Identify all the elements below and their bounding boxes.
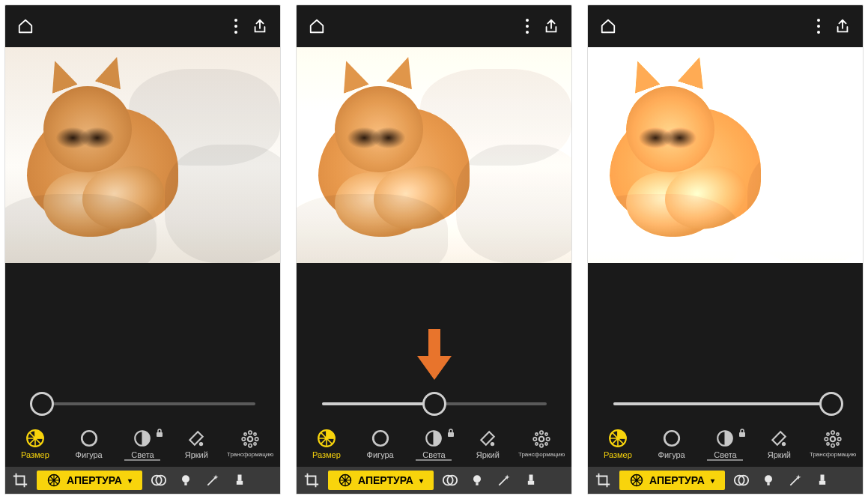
edited-photo [5,47,280,263]
bottom-toolbar: АПЕРТУРА ▾ [5,467,280,494]
tool-transform[interactable]: Трансформацию [516,429,567,458]
svg-point-52 [664,431,679,446]
share-icon[interactable] [543,18,559,34]
tool-size-label: Размер [604,450,632,459]
tool-bright[interactable]: Яркий [171,429,222,459]
tool-transform[interactable]: Трансформацию [225,429,276,458]
svg-point-24 [526,19,529,22]
share-icon[interactable] [252,18,268,34]
tool-transform-label: Трансформацию [227,451,273,458]
editor-panel-2: Размер Фигура Света Яркий Трансформацию … [296,4,572,495]
home-icon[interactable] [309,18,325,34]
svg-point-68 [765,475,772,483]
share-icon[interactable] [834,18,851,34]
wand-icon[interactable] [494,473,515,488]
tool-shape[interactable]: Фигура [64,429,115,459]
tool-size[interactable]: Размер [301,429,352,459]
svg-rect-21 [184,483,186,485]
tool-light[interactable]: Света [117,429,168,459]
svg-point-32 [539,437,544,442]
svg-point-44 [473,475,481,483]
svg-point-33 [540,431,543,434]
more-icon[interactable] [525,18,529,34]
tool-transform[interactable]: Трансформацию [807,429,858,458]
crop-icon[interactable] [10,472,31,489]
svg-point-2 [234,31,237,34]
tool-transform-label: Трансформацию [518,451,565,458]
wand-icon[interactable] [202,473,223,488]
aperture-size-slider[interactable] [322,402,547,405]
svg-point-12 [255,438,258,441]
slider-area [297,263,571,420]
aperture-size-slider[interactable] [31,402,255,405]
brush-icon[interactable] [521,473,541,488]
tool-light[interactable]: Света [699,429,750,459]
svg-point-55 [783,442,786,445]
svg-point-57 [831,431,834,434]
svg-rect-23 [237,481,243,485]
filters-icon[interactable] [731,472,752,489]
lock-icon [447,427,455,441]
filters-icon[interactable] [148,472,169,489]
more-icon[interactable] [234,18,238,34]
tool-light[interactable]: Света [408,429,459,459]
svg-rect-70 [820,475,824,481]
svg-point-37 [535,433,538,435]
svg-point-28 [373,431,388,446]
crop-icon[interactable] [301,472,322,489]
slider-thumb[interactable] [30,392,54,416]
svg-point-34 [540,444,543,447]
tool-light-label: Света [714,450,736,459]
tool-tabs: Размер Фигура Света Яркий Трансформацию [297,420,571,467]
tool-bright-label: Яркий [768,450,791,459]
home-icon[interactable] [17,18,34,34]
slider-area [5,263,280,420]
aperture-mode-button[interactable]: АПЕРТУРА ▾ [37,471,142,490]
aperture-mode-button[interactable]: АПЕРТУРА▾ [619,471,725,490]
svg-rect-46 [529,475,532,481]
svg-point-10 [249,444,252,447]
tool-bright[interactable]: Яркий [462,429,513,459]
tool-shape-label: Фигура [76,450,103,459]
brush-icon[interactable] [812,473,833,488]
svg-point-16 [254,443,256,445]
svg-point-9 [249,431,252,434]
tool-bright[interactable]: Яркий [753,429,804,459]
svg-point-11 [242,438,245,441]
filters-icon[interactable] [440,472,461,489]
edited-photo [588,47,863,263]
chevron-down-icon: ▾ [128,477,132,485]
svg-point-25 [526,25,529,28]
image-canvas[interactable] [297,47,571,263]
more-icon[interactable] [816,18,821,34]
aperture-size-slider[interactable] [613,402,838,405]
tool-shape[interactable]: Фигура [355,429,406,459]
top-bar [588,5,863,47]
tool-size[interactable]: Размер [10,429,61,459]
chevron-down-icon: ▾ [711,477,714,485]
svg-point-38 [545,433,547,435]
three-panel-stage: Размер Фигура Света Яркий Трансформацию [0,0,868,499]
svg-point-58 [831,444,834,447]
brush-icon[interactable] [229,473,250,488]
tool-size[interactable]: Размер [592,429,643,459]
svg-point-7 [200,442,203,445]
tool-shape[interactable]: Фигура [646,429,697,459]
home-icon[interactable] [600,18,616,34]
slider-thumb[interactable] [422,392,446,416]
image-canvas[interactable] [588,47,863,263]
tool-size-label: Размер [21,450,49,459]
slider-thumb[interactable] [819,392,843,416]
svg-point-60 [838,438,841,441]
image-canvas[interactable] [5,47,280,263]
wand-icon[interactable] [785,473,806,488]
svg-point-62 [837,433,839,435]
bulb-icon[interactable] [467,473,488,488]
bulb-icon[interactable] [758,473,779,488]
crop-icon[interactable] [592,472,613,489]
bulb-icon[interactable] [175,473,196,488]
aperture-mode-button[interactable]: АПЕРТУРА▾ [328,471,434,490]
top-bar [5,5,280,47]
tool-tabs: Размер Фигура Света Яркий Трансформацию [588,420,863,467]
svg-point-39 [535,443,538,445]
